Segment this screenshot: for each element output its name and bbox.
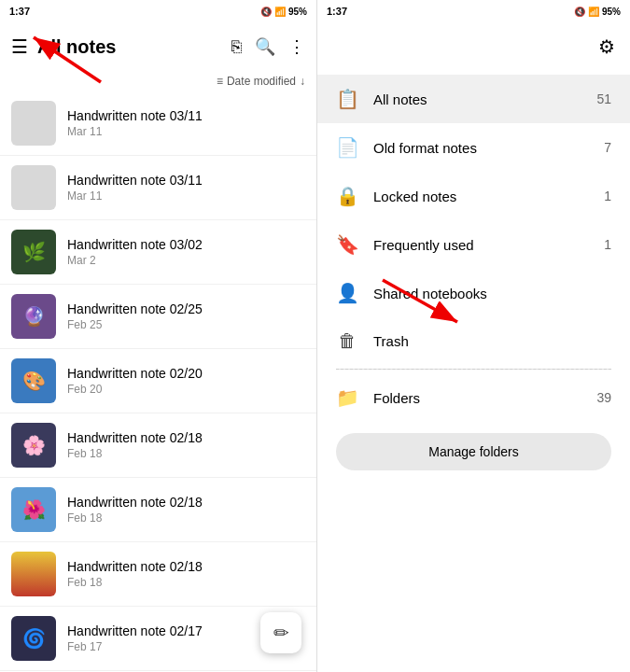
note-item-6[interactable]: 🌸 Handwritten note 02/18 Feb 18 bbox=[0, 413, 316, 478]
signal-icons-right: 🔇 📶 95% bbox=[574, 7, 621, 17]
locked-icon: 🔒 bbox=[336, 185, 358, 207]
status-icons-right: 🔇 📶 95% bbox=[574, 6, 621, 17]
note-date-7: Feb 18 bbox=[67, 511, 305, 525]
all-notes-count: 51 bbox=[596, 91, 611, 106]
search-icon[interactable]: 🔍 bbox=[255, 36, 275, 57]
status-time-right: 1:37 bbox=[327, 6, 347, 17]
right-panel-drawer: 1:37 🔇 📶 95% ⚙ 📋 All notes 51 📄 Old form… bbox=[317, 0, 630, 672]
old-format-icon: 📄 bbox=[336, 136, 358, 159]
trash-icon: 🗑 bbox=[336, 330, 358, 352]
note-date-5: Feb 20 bbox=[67, 383, 305, 396]
shared-notebooks-icon: 👤 bbox=[336, 282, 358, 304]
new-note-icon: ✏ bbox=[273, 622, 289, 644]
note-title-2: Handwritten note 03/11 bbox=[67, 173, 305, 188]
note-thumb-3: 🌿 bbox=[11, 230, 56, 274]
frequently-used-count: 1 bbox=[604, 237, 611, 252]
note-thumb-6: 🌸 bbox=[11, 423, 56, 468]
note-info-1: Handwritten note 03/11 Mar 11 bbox=[67, 108, 305, 138]
note-thumb-1 bbox=[11, 101, 56, 146]
note-title-6: Handwritten note 02/18 bbox=[67, 430, 305, 445]
drawer-divider bbox=[336, 369, 611, 370]
note-item-8[interactable]: Handwritten note 02/18 Feb 18 bbox=[0, 542, 316, 607]
note-thumb-5: 🎨 bbox=[11, 358, 56, 403]
hamburger-icon[interactable]: ☰ bbox=[11, 35, 28, 58]
note-item-2[interactable]: Handwritten note 03/11 Mar 11 bbox=[0, 156, 316, 220]
drawer-item-all-notes[interactable]: 📋 All notes 51 bbox=[317, 75, 630, 123]
note-item-4[interactable]: 🔮 Handwritten note 02/25 Feb 25 bbox=[0, 285, 316, 349]
drawer-item-frequently-used[interactable]: 🔖 Frequently used 1 bbox=[317, 220, 630, 269]
note-date-6: Feb 18 bbox=[67, 447, 305, 460]
sort-icon: ≡ bbox=[217, 75, 223, 88]
trash-label: Trash bbox=[373, 333, 596, 349]
note-info-4: Handwritten note 02/25 Feb 25 bbox=[67, 301, 305, 331]
all-notes-label: All notes bbox=[373, 91, 581, 107]
drawer-top-bar: ⚙ bbox=[317, 22, 630, 71]
signal-icons-left: 🔇 📶 95% bbox=[260, 7, 307, 17]
note-thumb-2 bbox=[11, 165, 56, 210]
status-time-left: 1:37 bbox=[9, 6, 30, 17]
status-icons-left: 🔇 📶 95% bbox=[260, 7, 307, 17]
settings-icon[interactable]: ⚙ bbox=[598, 35, 615, 58]
app-title: All notes bbox=[37, 36, 116, 58]
folders-count: 39 bbox=[596, 390, 611, 405]
note-info-7: Handwritten note 02/18 Feb 18 bbox=[67, 495, 305, 525]
note-list: Handwritten note 03/11 Mar 11 Handwritte… bbox=[0, 91, 316, 672]
time-right: 1:37 bbox=[327, 6, 347, 17]
old-format-count: 7 bbox=[604, 140, 611, 155]
note-thumb-4: 🔮 bbox=[11, 294, 56, 339]
note-thumb-8 bbox=[11, 552, 56, 596]
note-item-7[interactable]: 🌺 Handwritten note 02/18 Feb 18 bbox=[0, 478, 316, 542]
old-format-label: Old format notes bbox=[373, 140, 589, 156]
drawer-item-shared-notebooks[interactable]: 👤 Shared notebooks bbox=[317, 269, 630, 317]
status-bar-right: 1:37 🔇 📶 95% bbox=[317, 0, 630, 22]
note-title-7: Handwritten note 02/18 bbox=[67, 495, 305, 510]
status-bar-left: 1:37 🔇 📶 95% bbox=[0, 0, 316, 22]
shared-notebooks-label: Shared notebooks bbox=[373, 286, 596, 301]
frequently-used-label: Frequently used bbox=[373, 237, 589, 253]
more-options-icon[interactable]: ⋮ bbox=[288, 36, 305, 57]
locked-count: 1 bbox=[604, 189, 611, 203]
note-title-3: Handwritten note 03/02 bbox=[67, 237, 305, 252]
note-title-4: Handwritten note 02/25 bbox=[67, 301, 305, 316]
sort-bar: ≡ Date modified ↓ bbox=[0, 71, 316, 91]
note-info-2: Handwritten note 03/11 Mar 11 bbox=[67, 173, 305, 203]
top-bar-right-group: ⎘ 🔍 ⋮ bbox=[231, 36, 305, 57]
note-item-5[interactable]: 🎨 Handwritten note 02/20 Feb 20 bbox=[0, 349, 316, 413]
frequently-used-icon: 🔖 bbox=[336, 233, 358, 256]
sort-arrow-icon: ↓ bbox=[300, 75, 305, 88]
folders-label: Folders bbox=[373, 390, 581, 406]
manage-folders-button[interactable]: Manage folders bbox=[336, 433, 611, 470]
note-date-1: Mar 11 bbox=[67, 125, 305, 138]
note-date-4: Feb 25 bbox=[67, 318, 305, 331]
left-panel: 1:37 🔇 📶 95% ☰ All notes ⎘ 🔍 ⋮ ≡ Date mo… bbox=[0, 0, 317, 672]
locked-label: Locked notes bbox=[373, 189, 589, 204]
new-note-fab[interactable]: ✏ bbox=[260, 612, 301, 653]
all-notes-icon: 📋 bbox=[336, 88, 358, 110]
drawer-item-locked[interactable]: 🔒 Locked notes 1 bbox=[317, 172, 630, 220]
note-info-8: Handwritten note 02/18 Feb 18 bbox=[67, 559, 305, 589]
note-info-6: Handwritten note 02/18 Feb 18 bbox=[67, 430, 305, 460]
top-bar-left: ☰ All notes ⎘ 🔍 ⋮ bbox=[0, 22, 316, 71]
note-date-8: Feb 18 bbox=[67, 576, 305, 589]
drawer-menu-list: 📋 All notes 51 📄 Old format notes 7 🔒 Lo… bbox=[317, 71, 630, 672]
note-date-3: Mar 2 bbox=[67, 254, 305, 267]
sort-label[interactable]: Date modified bbox=[227, 75, 296, 88]
note-info-3: Handwritten note 03/02 Mar 2 bbox=[67, 237, 305, 267]
drawer-item-trash[interactable]: 🗑 Trash bbox=[317, 317, 630, 365]
note-thumb-7: 🌺 bbox=[11, 487, 56, 532]
folders-icon: 📁 bbox=[336, 386, 358, 409]
note-title-5: Handwritten note 02/20 bbox=[67, 366, 305, 381]
manage-folders-label: Manage folders bbox=[428, 444, 519, 459]
note-thumb-9: 🌀 bbox=[11, 616, 56, 661]
time-left: 1:37 bbox=[9, 6, 30, 17]
note-item-3[interactable]: 🌿 Handwritten note 03/02 Mar 2 bbox=[0, 220, 316, 285]
export-icon[interactable]: ⎘ bbox=[231, 37, 242, 57]
note-info-5: Handwritten note 02/20 Feb 20 bbox=[67, 366, 305, 396]
note-title-1: Handwritten note 03/11 bbox=[67, 108, 305, 123]
note-title-8: Handwritten note 02/18 bbox=[67, 559, 305, 574]
note-item-1[interactable]: Handwritten note 03/11 Mar 11 bbox=[0, 91, 316, 156]
drawer-item-folders[interactable]: 📁 Folders 39 bbox=[317, 373, 630, 422]
note-date-2: Mar 11 bbox=[67, 189, 305, 203]
drawer-item-old-format[interactable]: 📄 Old format notes 7 bbox=[317, 123, 630, 172]
top-bar-left-group: ☰ All notes bbox=[11, 35, 116, 58]
